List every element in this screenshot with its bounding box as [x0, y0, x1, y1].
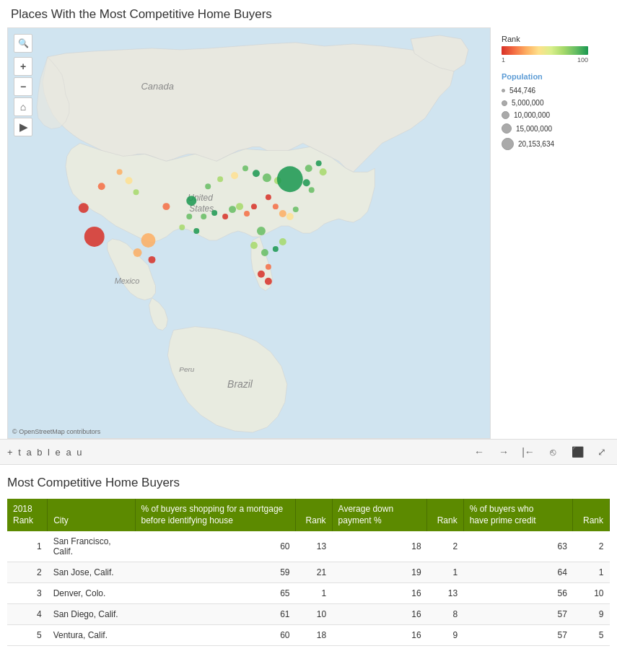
table-row: 5 Ventura, Calif. 60 18 16 9 57 5	[7, 625, 610, 646]
tableau-toolbar: + t a b l e a u ← → |← ⎋ ⬛ ⤢	[0, 439, 617, 465]
svg-point-36	[293, 206, 299, 212]
svg-point-18	[148, 256, 155, 263]
pop-label-3: 10,000,000	[514, 111, 550, 119]
map-nav-buttons: + − ⌂ ▶	[14, 57, 32, 136]
svg-point-10	[98, 183, 105, 190]
col-rank3: Rank	[573, 499, 610, 531]
nav-back-button[interactable]: ←	[471, 444, 487, 460]
svg-point-11	[117, 169, 123, 175]
cell-rank3: 1	[573, 562, 610, 583]
pop-item-2: 5,000,000	[502, 99, 603, 107]
cell-year-rank: 5	[7, 625, 48, 646]
col-pct-prime-label: % of buyers whohave prime credit	[470, 504, 536, 525]
svg-text:Mexico: Mexico	[115, 276, 140, 285]
cell-pct-shopping: 60	[135, 531, 296, 562]
svg-point-48	[279, 238, 286, 245]
pop-circle-2	[502, 100, 507, 106]
svg-point-41	[222, 214, 228, 219]
cell-year-rank: 1	[7, 531, 48, 562]
table-title: Most Competitive Home Buyers	[7, 476, 610, 490]
svg-point-29	[320, 168, 327, 175]
cell-rank3: 10	[573, 583, 610, 604]
tableau-logo: + t a b l e a u	[7, 447, 84, 458]
svg-point-28	[316, 160, 322, 166]
legend-area: Rank 1 100 Population 544,746 5,000,000	[491, 27, 610, 439]
rank-max-label: 100	[577, 56, 588, 64]
svg-point-50	[258, 271, 265, 278]
tableau-navigation: ← → |← ⎋ ⬛ ⤢	[471, 444, 610, 460]
nav-first-button[interactable]: |←	[520, 444, 536, 460]
col-rank1: Rank	[296, 499, 333, 531]
pop-label-5: 20,153,634	[518, 140, 554, 148]
svg-point-44	[257, 227, 266, 235]
cell-rank1: 10	[296, 604, 333, 625]
cell-rank3: 2	[573, 531, 610, 562]
map-visualization[interactable]: Canada United States Mexico Brazil Peru	[7, 27, 491, 439]
rank-min-label: 1	[502, 56, 505, 64]
svg-point-43	[201, 214, 206, 219]
cell-avg-down: 16	[332, 625, 426, 646]
cell-pct-prime: 64	[463, 562, 573, 583]
svg-point-46	[261, 249, 268, 256]
svg-point-30	[303, 179, 310, 186]
svg-point-27	[305, 165, 312, 172]
cell-city: San Francisco, Calif.	[48, 531, 135, 562]
fullscreen-button[interactable]: ⤢	[594, 444, 610, 460]
cell-pct-shopping: 60	[135, 625, 296, 646]
cell-pct-shopping: 59	[135, 562, 296, 583]
zoom-in-button[interactable]: +	[14, 57, 32, 76]
map-search-button[interactable]: 🔍	[14, 34, 32, 53]
rank-legend-title: Rank	[502, 35, 603, 43]
cell-avg-down: 18	[332, 531, 426, 562]
pop-item-3: 10,000,000	[502, 111, 603, 119]
col-rank2-label: Rank	[437, 515, 458, 525]
cell-rank1: 18	[296, 625, 333, 646]
zoom-out-button[interactable]: −	[14, 77, 32, 96]
svg-point-42	[211, 210, 217, 216]
cell-pct-prime: 57	[463, 604, 573, 625]
cell-city: San Diego, Calif.	[48, 604, 135, 625]
svg-point-33	[273, 204, 279, 209]
col-city-label: City	[53, 515, 69, 525]
col-pct-prime: % of buyers whohave prime credit	[463, 499, 573, 531]
map-controls: 🔍 + − ⌂ ▶	[14, 34, 32, 136]
table-row: 1 San Francisco, Calif. 60 13 18 2 63 2	[7, 531, 610, 562]
table-row: 2 San Jose, Calif. 59 21 19 1 64 1	[7, 562, 610, 583]
cell-rank3: 5	[573, 625, 610, 646]
col-city: City	[48, 499, 135, 531]
cell-rank2: 13	[427, 583, 464, 604]
cell-city: Ventura, Calif.	[48, 625, 135, 646]
table-section: Most Competitive Home Buyers 2018Rank Ci…	[0, 465, 617, 653]
svg-point-34	[279, 210, 286, 217]
cell-pct-shopping: 61	[135, 604, 296, 625]
svg-point-54	[193, 228, 199, 234]
cell-rank2: 1	[427, 562, 464, 583]
rank-gradient-bar	[502, 46, 588, 55]
download-button[interactable]: ⬛	[569, 444, 585, 460]
play-button[interactable]: ▶	[14, 118, 32, 136]
cell-rank2: 9	[427, 625, 464, 646]
svg-point-17	[134, 248, 142, 257]
col-rank1-label: Rank	[306, 515, 326, 525]
svg-point-14	[186, 196, 196, 206]
col-rank3-label: Rank	[583, 515, 603, 525]
cell-pct-prime: 56	[463, 583, 573, 604]
cell-rank1: 13	[296, 531, 333, 562]
nav-forward-button[interactable]: →	[496, 444, 512, 460]
svg-point-49	[266, 264, 271, 270]
pop-item-1: 544,746	[502, 87, 603, 95]
svg-point-16	[141, 233, 156, 248]
cell-avg-down: 19	[332, 562, 426, 583]
svg-point-47	[273, 246, 279, 252]
pop-item-5: 20,153,634	[502, 138, 603, 150]
share-button[interactable]: ⎋	[545, 444, 561, 460]
col-year-rank: 2018Rank	[7, 499, 48, 531]
pop-label-1: 544,746	[509, 87, 535, 95]
svg-point-35	[286, 213, 294, 220]
col-avg-down: Average downpayment %	[332, 499, 426, 531]
rank-labels: 1 100	[502, 56, 588, 64]
svg-point-13	[134, 189, 139, 195]
home-button[interactable]: ⌂	[14, 97, 32, 116]
cell-city: San Jose, Calif.	[48, 562, 135, 583]
pop-label-4: 15,000,000	[516, 125, 552, 133]
